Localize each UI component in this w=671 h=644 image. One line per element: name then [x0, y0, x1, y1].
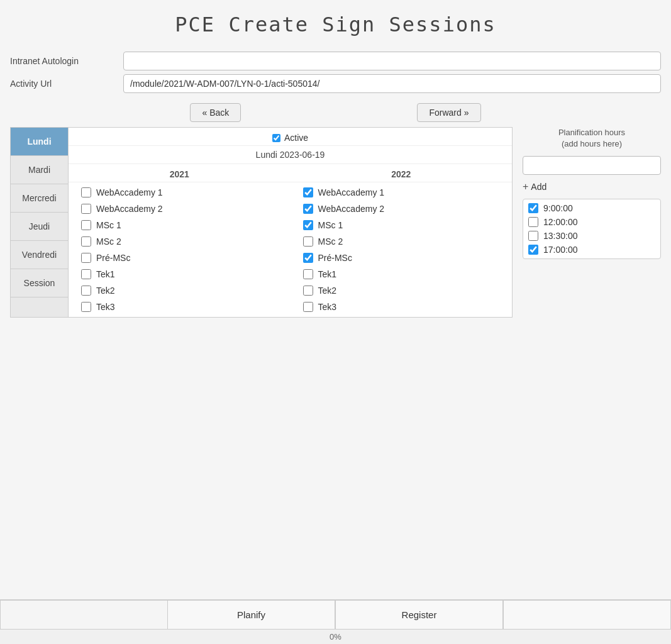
session-row: Tek2 [81, 286, 278, 296]
session-label: WebAccademy 2 [96, 204, 163, 214]
session-label: WebAccademy 1 [318, 187, 385, 197]
hour-item: 17:00:00 [528, 245, 655, 255]
session-label: Tek1 [96, 269, 115, 279]
session-label: Tek3 [96, 302, 115, 312]
session-checkbox-2021-7[interactable] [81, 302, 91, 312]
hour-label: 13:30:00 [543, 231, 578, 241]
back-button[interactable]: « Back [190, 103, 241, 122]
session-row: Tek3 [81, 302, 278, 312]
session-checkbox-2022-2[interactable] [303, 220, 313, 230]
forward-button[interactable]: Forward » [417, 103, 480, 122]
session-label: Pré-MSc [96, 253, 130, 263]
session-checkbox-2022-3[interactable] [303, 236, 313, 247]
session-checkbox-2021-2[interactable] [81, 220, 91, 230]
session-checkbox-2022-6[interactable] [303, 286, 313, 296]
session-row: WebAccademy 2 [81, 204, 278, 214]
session-label: WebAccademy 1 [96, 187, 163, 197]
session-label: MSc 2 [96, 236, 121, 247]
session-checkbox-2022-7[interactable] [303, 302, 313, 312]
session-row: Tek1 [81, 269, 278, 279]
day-item-session[interactable]: Session [11, 269, 68, 297]
session-row: WebAccademy 1 [81, 187, 278, 197]
session-checkbox-2021-0[interactable] [81, 187, 91, 197]
day-item-mardi[interactable]: Mardi [11, 156, 68, 184]
page-title: PCE Create Sign Sessions [0, 0, 671, 48]
active-checkbox[interactable] [272, 134, 280, 142]
content-panel: Active Lundi 2023-06-19 2021 2022 WebAcc… [68, 127, 513, 318]
day-item-vendredi[interactable]: Vendredi [11, 241, 68, 269]
day-item-mercredi[interactable]: Mercredi [11, 184, 68, 213]
session-row: Pré-MSc [81, 253, 278, 263]
activity-url-input[interactable] [123, 74, 661, 93]
hour-checkbox-3[interactable] [528, 245, 538, 255]
plus-icon: + [523, 181, 528, 192]
session-row: Tek1 [303, 269, 500, 279]
hour-item: 12:00:00 [528, 217, 655, 227]
year-2022-label: 2022 [291, 169, 513, 179]
hour-checkbox-2[interactable] [528, 231, 538, 241]
session-row: MSc 1 [303, 220, 500, 230]
session-label: Tek1 [318, 269, 337, 279]
session-checkbox-2022-5[interactable] [303, 269, 313, 279]
session-label: MSc 2 [318, 236, 343, 247]
session-label: Pré-MSc [318, 253, 352, 263]
session-label: Tek2 [96, 286, 115, 296]
hour-checkbox-1[interactable] [528, 217, 538, 227]
session-checkbox-2021-4[interactable] [81, 253, 91, 263]
hour-item: 13:30:00 [528, 231, 655, 241]
session-row: MSc 1 [81, 220, 278, 230]
date-label: Lundi 2023-06-19 [69, 146, 512, 164]
active-label: Active [284, 133, 308, 143]
hour-checkbox-0[interactable] [528, 203, 538, 213]
day-item-jeudi[interactable]: Jeudi [11, 213, 68, 241]
hour-label: 9:00:00 [543, 203, 573, 213]
session-row: MSc 2 [81, 236, 278, 247]
session-row: Pré-MSc [303, 253, 500, 263]
intranet-label: Intranet Autologin [10, 56, 123, 66]
year-2021-label: 2021 [69, 169, 291, 179]
add-button[interactable]: + Add [523, 181, 661, 192]
session-row: WebAccademy 1 [303, 187, 500, 197]
session-checkbox-2021-6[interactable] [81, 286, 91, 296]
session-checkbox-2021-5[interactable] [81, 269, 91, 279]
planification-input[interactable] [523, 156, 661, 175]
hour-item: 9:00:00 [528, 203, 655, 213]
session-row: Tek2 [303, 286, 500, 296]
day-item-lundi[interactable]: Lundi [11, 128, 68, 156]
session-row: WebAccademy 2 [303, 204, 500, 214]
session-row: MSc 2 [303, 236, 500, 247]
session-row: Tek3 [303, 302, 500, 312]
session-label: Tek2 [318, 286, 337, 296]
session-label: Tek3 [318, 302, 337, 312]
forward-arrow-icon: » [464, 108, 469, 118]
session-label: WebAccademy 2 [318, 204, 385, 214]
session-label: MSc 1 [96, 220, 121, 230]
hours-list: 9:00:0012:00:0013:30:0017:00:00 [523, 199, 661, 259]
sessions-col-2021: WebAccademy 1WebAccademy 2MSc 1MSc 2Pré-… [69, 187, 291, 312]
session-checkbox-2022-4[interactable] [303, 253, 313, 263]
session-checkbox-2021-1[interactable] [81, 204, 91, 214]
hour-label: 12:00:00 [543, 217, 578, 227]
session-checkbox-2022-0[interactable] [303, 187, 313, 197]
session-label: MSc 1 [318, 220, 343, 230]
day-sidebar: LundiMardiMercrediJeudiVendrediSession [10, 127, 68, 318]
intranet-input[interactable] [123, 52, 661, 70]
session-checkbox-2021-3[interactable] [81, 236, 91, 247]
sessions-col-2022: WebAccademy 1WebAccademy 2MSc 1MSc 2Pré-… [291, 187, 513, 312]
session-checkbox-2022-1[interactable] [303, 204, 313, 214]
hour-label: 17:00:00 [543, 245, 578, 255]
planification-label: Planification hours(add hours here) [523, 127, 661, 150]
back-arrow-icon: « [202, 108, 207, 118]
right-panel: Planification hours(add hours here) + Ad… [523, 127, 661, 318]
activity-url-label: Activity Url [10, 79, 123, 89]
